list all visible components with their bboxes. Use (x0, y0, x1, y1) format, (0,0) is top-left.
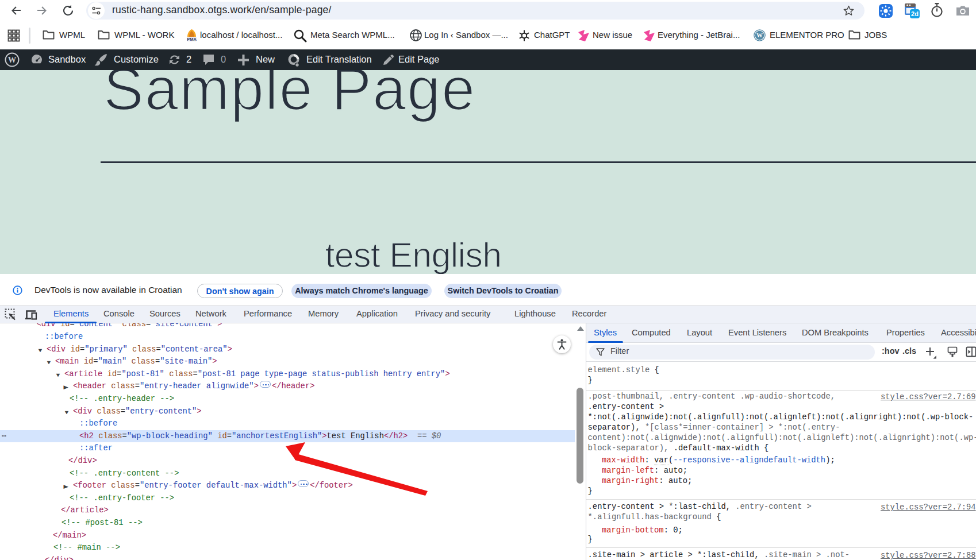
svg-text:W: W (8, 55, 17, 64)
svg-text:W: W (756, 32, 763, 38)
svg-text:2d: 2d (911, 10, 919, 17)
svg-text:PMA: PMA (187, 37, 197, 42)
